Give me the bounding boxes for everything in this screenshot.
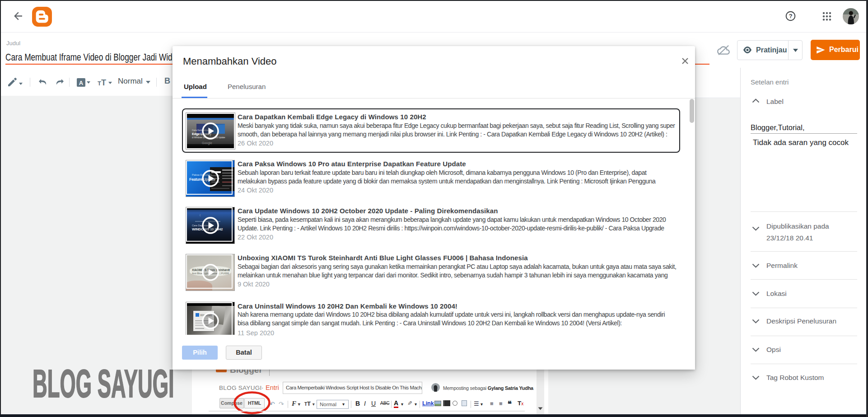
svg-text:T: T (101, 78, 106, 87)
svg-text:?: ? (789, 13, 793, 19)
svg-text:T: T (98, 80, 101, 87)
svg-text:A: A (79, 80, 84, 86)
